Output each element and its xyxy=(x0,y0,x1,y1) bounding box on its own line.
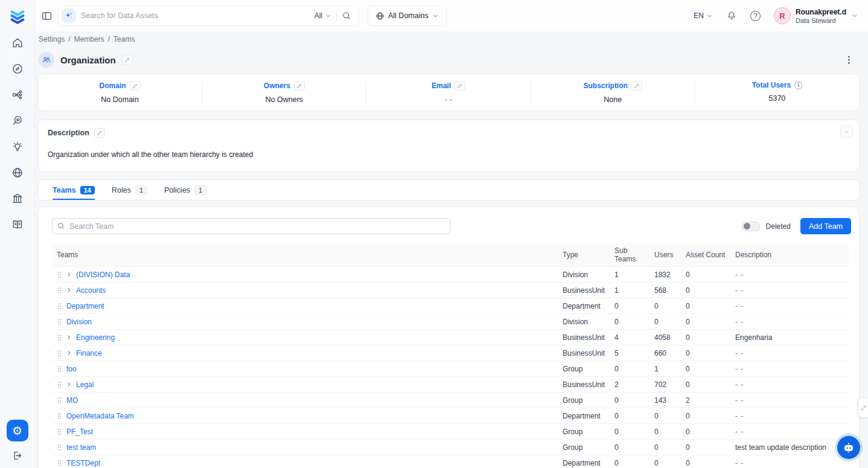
table-row[interactable]: MO Group 0 143 2 - - xyxy=(52,393,849,408)
table-row[interactable]: Accounts BusinessUnit 1 568 0 - - xyxy=(52,283,849,298)
team-sub-teams: 0 xyxy=(610,440,649,455)
glossary-book-icon[interactable] xyxy=(11,218,24,231)
edit-description-icon[interactable] xyxy=(94,128,105,138)
all-domains-dropdown[interactable]: All Domains xyxy=(368,5,447,26)
app-logo[interactable] xyxy=(0,0,34,31)
edit-owners-icon[interactable] xyxy=(294,81,305,91)
explore-compass-icon[interactable] xyxy=(11,62,24,75)
drag-handle-icon[interactable] xyxy=(57,302,62,310)
team-type: Division xyxy=(558,267,610,283)
team-name-link[interactable]: Legal xyxy=(76,380,94,389)
team-name-link[interactable]: MO xyxy=(66,396,78,405)
deleted-toggle[interactable] xyxy=(742,222,760,231)
table-row[interactable]: Department Department 0 0 0 - - xyxy=(52,298,849,314)
team-name-link[interactable]: Engineering xyxy=(76,333,115,342)
drag-handle-icon[interactable] xyxy=(57,428,62,436)
table-row[interactable]: foo Group 0 1 0 - - xyxy=(52,361,849,377)
team-name-link[interactable]: Accounts xyxy=(76,286,106,295)
search-team-input[interactable] xyxy=(52,218,450,234)
info-circle-icon[interactable]: i xyxy=(794,82,802,89)
search-icon[interactable] xyxy=(342,11,351,21)
lineage-graph-icon[interactable] xyxy=(11,88,24,101)
team-asset-count: 2 xyxy=(681,393,730,408)
drag-handle-icon[interactable] xyxy=(57,459,62,467)
govern-bank-icon[interactable] xyxy=(11,192,24,205)
team-name-link[interactable]: Division xyxy=(66,318,92,326)
table-row[interactable]: OpenMetadata Team Department 0 0 0 - - xyxy=(52,408,849,424)
table-row[interactable]: test team Group 0 0 0 test team update d… xyxy=(52,440,849,455)
tab-policies[interactable]: Policies 1 xyxy=(164,185,206,200)
collapse-chevron-icon[interactable] xyxy=(840,126,853,138)
breadcrumb-teams[interactable]: Teams xyxy=(113,35,135,43)
expand-chevron-icon[interactable] xyxy=(66,335,72,340)
observability-search-icon[interactable] xyxy=(11,114,24,127)
expand-chevron-icon[interactable] xyxy=(66,350,72,356)
table-row[interactable]: Engineering BusinessUnit 4 4058 0 Engenh… xyxy=(52,330,849,345)
table-row[interactable]: Division Division 0 0 0 - - xyxy=(52,314,849,330)
edit-subscription-icon[interactable] xyxy=(631,81,642,91)
home-icon[interactable] xyxy=(11,36,24,50)
notifications-bell-icon[interactable] xyxy=(726,10,737,21)
resize-panel-handle[interactable] xyxy=(858,397,868,418)
insights-bulb-icon[interactable] xyxy=(11,140,24,153)
logout-icon[interactable] xyxy=(11,449,24,462)
info-label: Subscription xyxy=(584,82,628,90)
drag-handle-icon[interactable] xyxy=(57,271,62,279)
team-sub-teams: 0 xyxy=(610,298,649,314)
edit-domain-icon[interactable] xyxy=(130,81,141,91)
help-icon[interactable]: ? xyxy=(750,11,761,21)
user-menu[interactable]: R Rounakpreet.d Data Steward xyxy=(774,7,858,24)
sidebar-toggle-icon[interactable] xyxy=(41,10,53,22)
team-name-link[interactable]: Finance xyxy=(76,349,102,357)
table-row[interactable]: TESTDept Department 0 0 0 - - xyxy=(52,455,849,468)
team-name-link[interactable]: test team xyxy=(66,443,96,452)
drag-handle-icon[interactable] xyxy=(57,318,62,326)
drag-handle-icon[interactable] xyxy=(57,365,62,373)
team-type: Group xyxy=(558,361,610,377)
table-row[interactable]: PF_Test Group 0 0 0 - - xyxy=(52,424,849,440)
drag-handle-icon[interactable] xyxy=(57,380,62,389)
settings-gear-icon[interactable]: ⚙ xyxy=(7,420,28,441)
more-actions-icon[interactable]: ⋮ xyxy=(841,54,857,65)
col-sub-teams: Sub Teams xyxy=(610,243,649,267)
chatbot-button[interactable] xyxy=(837,436,860,459)
col-type: Type xyxy=(558,243,610,267)
drag-handle-icon[interactable] xyxy=(57,286,62,295)
tab-teams[interactable]: Teams 14 xyxy=(53,185,95,200)
search-scope-dropdown[interactable]: All xyxy=(314,11,331,20)
tab-roles[interactable]: Roles 1 xyxy=(112,185,147,200)
add-team-button[interactable]: Add Team xyxy=(800,218,851,234)
search-input[interactable] xyxy=(81,11,310,20)
table-row[interactable]: (DIVISION) Data Division 1 1832 0 - - xyxy=(52,267,849,283)
domains-globe-icon[interactable] xyxy=(11,166,24,179)
language-dropdown[interactable]: EN xyxy=(694,11,713,20)
breadcrumb-members[interactable]: Members xyxy=(74,35,104,43)
team-name-link[interactable]: foo xyxy=(66,365,77,373)
team-type: Group xyxy=(558,424,610,440)
team-name-link[interactable]: (DIVISION) Data xyxy=(76,271,130,279)
team-asset-count: 0 xyxy=(681,314,730,330)
expand-chevron-icon[interactable] xyxy=(66,382,72,387)
expand-chevron-icon[interactable] xyxy=(66,272,72,277)
drag-handle-icon[interactable] xyxy=(57,333,62,342)
edit-title-icon[interactable] xyxy=(122,55,133,65)
drag-handle-icon[interactable] xyxy=(57,349,62,357)
ai-sparkle-icon[interactable] xyxy=(62,8,76,23)
breadcrumb-settings[interactable]: Settings xyxy=(39,35,65,43)
edit-email-icon[interactable] xyxy=(455,81,465,91)
drag-handle-icon[interactable] xyxy=(57,412,62,420)
team-name-link[interactable]: OpenMetadata Team xyxy=(66,412,134,420)
table-row[interactable]: Finance BusinessUnit 5 660 0 - - xyxy=(52,345,849,361)
team-asset-count: 0 xyxy=(681,424,730,440)
drag-handle-icon[interactable] xyxy=(57,396,62,405)
team-name-link[interactable]: Department xyxy=(66,302,104,310)
team-users: 568 xyxy=(649,283,681,298)
team-name-link[interactable]: TESTDept xyxy=(66,459,100,467)
expand-chevron-icon[interactable] xyxy=(66,287,72,293)
team-type: Division xyxy=(558,314,610,330)
team-asset-count: 0 xyxy=(681,267,730,283)
team-name-link[interactable]: PF_Test xyxy=(66,428,93,436)
drag-handle-icon[interactable] xyxy=(57,443,62,452)
globe-icon xyxy=(375,11,385,21)
table-row[interactable]: Legal BusinessUnit 2 702 0 - - xyxy=(52,377,849,393)
